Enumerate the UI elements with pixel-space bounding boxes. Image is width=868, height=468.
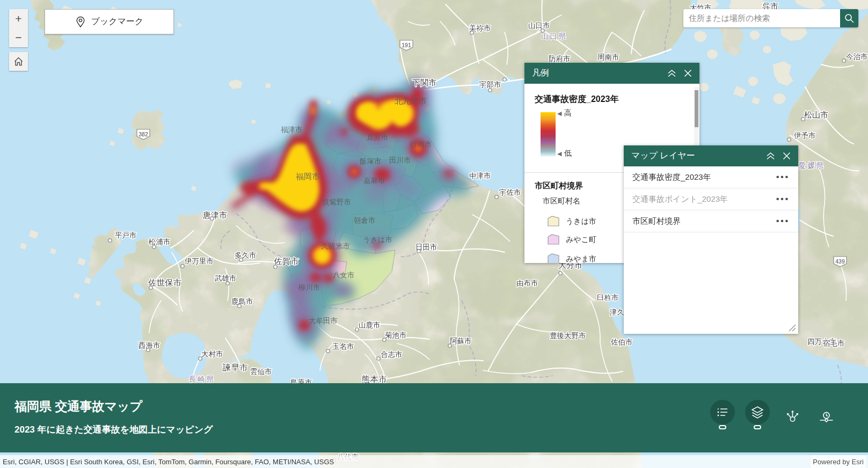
- svg-text:西海市: 西海市: [138, 341, 161, 349]
- svg-text:439: 439: [835, 258, 845, 265]
- svg-text:宇佐市: 宇佐市: [499, 188, 521, 196]
- svg-text:382: 382: [138, 131, 148, 137]
- svg-text:津久: 津久: [609, 308, 624, 316]
- svg-text:由布市: 由布市: [516, 279, 538, 287]
- svg-text:八女市: 八女市: [333, 271, 355, 279]
- svg-text:山口県: 山口県: [541, 32, 568, 40]
- svg-text:柳川市: 柳川市: [298, 283, 320, 291]
- svg-text:伊予市: 伊予市: [794, 131, 816, 140]
- svg-text:下関市: 下関市: [412, 78, 436, 87]
- svg-text:191: 191: [402, 42, 411, 48]
- svg-text:臼杵市: 臼杵市: [597, 294, 619, 302]
- svg-text:飯塚市: 飯塚市: [360, 157, 382, 165]
- svg-text:大村市: 大村市: [201, 350, 223, 358]
- svg-text:武雄市: 武雄市: [214, 274, 237, 282]
- svg-text:行橋市: 行橋市: [410, 140, 432, 148]
- svg-text:多久市: 多久市: [235, 251, 257, 259]
- svg-text:大牟田市: 大牟田市: [309, 317, 338, 325]
- svg-text:北九州市: 北九州市: [395, 96, 427, 105]
- svg-text:中津市: 中津市: [469, 172, 491, 180]
- svg-text:平戸市: 平戸市: [115, 231, 137, 239]
- svg-text:佐賀市: 佐賀市: [274, 257, 299, 266]
- svg-text:伊万里市: 伊万里市: [185, 257, 214, 265]
- svg-text:田川市: 田川市: [389, 156, 411, 164]
- svg-text:周南市: 周南市: [597, 53, 619, 61]
- svg-text:松浦市: 松浦市: [148, 238, 171, 246]
- svg-text:豊後大野市: 豊後大野市: [550, 332, 586, 340]
- svg-text:熊本市: 熊本市: [362, 375, 387, 384]
- svg-text:愛媛県: 愛媛県: [799, 162, 826, 170]
- svg-text:佐世保市: 佐世保市: [148, 278, 182, 287]
- svg-text:福津市: 福津市: [281, 126, 303, 134]
- svg-text:福岡県: 福岡県: [330, 180, 355, 188]
- svg-text:うきは市: うきは市: [363, 236, 392, 244]
- svg-text:朝倉市: 朝倉市: [354, 216, 376, 224]
- svg-text:雲仙市: 雲仙市: [250, 368, 272, 376]
- svg-text:今治市: 今治市: [846, 53, 868, 61]
- svg-text:山口市: 山口市: [528, 21, 550, 30]
- svg-text:筑紫野市: 筑紫野市: [322, 198, 351, 206]
- svg-text:福岡市: 福岡市: [296, 172, 320, 181]
- svg-text:宿毛市: 宿毛市: [823, 339, 845, 347]
- svg-text:合志市: 合志市: [381, 350, 403, 359]
- svg-text:防府市: 防府市: [549, 55, 571, 63]
- svg-text:鹿島市: 鹿島市: [231, 297, 253, 305]
- svg-text:佐伯市: 佐伯市: [610, 338, 633, 346]
- svg-text:長崎県: 長崎県: [189, 375, 216, 383]
- svg-text:諫早市: 諫早市: [222, 363, 248, 372]
- svg-text:玉名市: 玉名市: [332, 342, 354, 350]
- svg-text:菊池市: 菊池市: [385, 331, 407, 339]
- svg-text:唐津市: 唐津市: [203, 210, 227, 220]
- svg-text:嘉麻市: 嘉麻市: [363, 177, 385, 185]
- svg-text:山鹿市: 山鹿市: [359, 321, 381, 329]
- svg-text:宇部市: 宇部市: [479, 81, 501, 89]
- svg-text:久留米市: 久留米市: [321, 242, 350, 250]
- svg-text:松山市: 松山市: [804, 110, 828, 119]
- svg-text:直方市: 直方市: [367, 133, 389, 141]
- svg-text:阿蘇市: 阿蘇市: [450, 337, 472, 345]
